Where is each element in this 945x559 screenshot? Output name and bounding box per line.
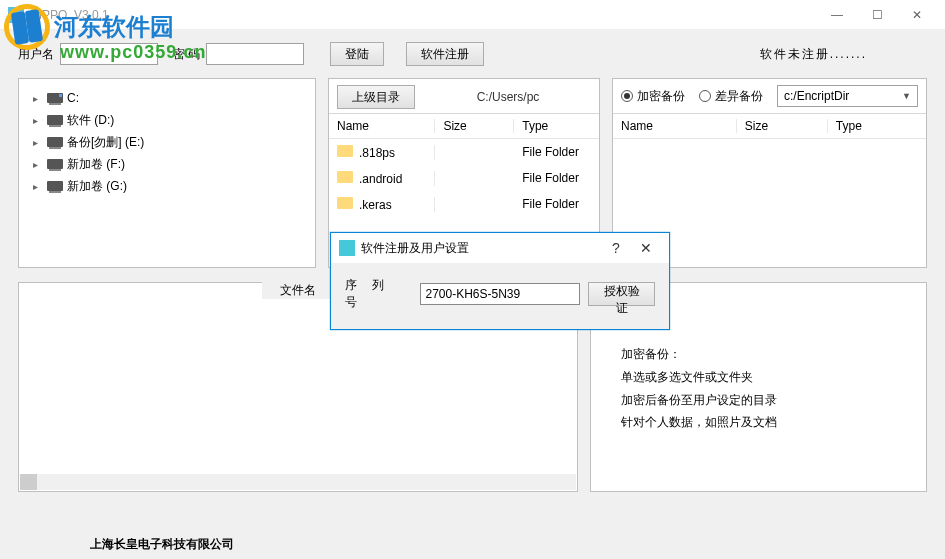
company-footer: 上海长皇电子科技有限公司 <box>0 536 945 553</box>
drive-icon <box>47 137 63 147</box>
maximize-button[interactable]: ☐ <box>857 1 897 29</box>
col-type[interactable]: Type <box>828 119 926 133</box>
drive-tree-panel: ▸C: ▸软件 (D:) ▸备份[勿删] (E:) ▸新加卷 (F:) ▸新加卷… <box>18 78 316 268</box>
file-row[interactable]: .android File Folder <box>329 165 599 191</box>
folder-icon <box>337 197 353 209</box>
expand-icon[interactable]: ▸ <box>33 115 43 126</box>
minimize-button[interactable]: — <box>817 1 857 29</box>
expand-icon[interactable]: ▸ <box>33 159 43 170</box>
folder-icon <box>337 145 353 157</box>
file-type: File Folder <box>514 145 599 159</box>
radio-diff-backup[interactable]: 差异备份 <box>699 88 763 105</box>
expand-icon[interactable]: ▸ <box>33 181 43 192</box>
radio-icon <box>621 90 633 102</box>
radio-label: 加密备份 <box>637 88 685 105</box>
tree-item[interactable]: ▸C: <box>25 87 309 109</box>
expand-icon[interactable]: ▸ <box>33 93 43 104</box>
info-line: 针对个人数据，如照片及文档 <box>621 411 896 434</box>
dialog-icon <box>339 240 355 256</box>
backup-grid-header[interactable]: Name Size Type <box>613 113 926 139</box>
col-size[interactable]: Size <box>737 119 828 133</box>
login-button[interactable]: 登陆 <box>330 42 384 66</box>
file-name: .818ps <box>359 146 395 160</box>
file-type: File Folder <box>514 197 599 211</box>
tree-label: 软件 (D:) <box>67 112 114 129</box>
filename-header: 文件名 <box>262 282 334 299</box>
tree-item[interactable]: ▸备份[勿删] (E:) <box>25 131 309 153</box>
parent-dir-button[interactable]: 上级目录 <box>337 85 415 109</box>
info-line: 加密后备份至用户设定的目录 <box>621 389 896 412</box>
chevron-down-icon: ▼ <box>902 91 911 101</box>
password-input[interactable] <box>206 43 304 65</box>
dialog-help-button[interactable]: ? <box>601 240 631 256</box>
verify-button[interactable]: 授权验证 <box>588 282 655 306</box>
tree-label: 新加卷 (F:) <box>67 156 125 173</box>
drive-icon <box>47 159 63 169</box>
radio-label: 差异备份 <box>715 88 763 105</box>
horizontal-scrollbar[interactable] <box>20 474 576 490</box>
tree-label: 新加卷 (G:) <box>67 178 127 195</box>
info-heading: 加密备份： <box>621 343 896 366</box>
col-name[interactable]: Name <box>613 119 737 133</box>
folder-icon <box>337 171 353 183</box>
current-path: C:/Users/pc <box>425 90 591 104</box>
col-size[interactable]: Size <box>435 119 514 133</box>
registration-dialog: 软件注册及用户设置 ? ✕ 序 列 号 授权验证 <box>330 232 670 330</box>
col-type[interactable]: Type <box>514 119 599 133</box>
file-row[interactable]: .keras File Folder <box>329 191 599 217</box>
close-button[interactable]: ✕ <box>897 1 937 29</box>
dialog-title: 软件注册及用户设置 <box>361 240 601 257</box>
tree-item[interactable]: ▸软件 (D:) <box>25 109 309 131</box>
file-name: .keras <box>359 198 392 212</box>
file-type: File Folder <box>514 171 599 185</box>
titlebar: HIPPO_V3.0.1 — ☐ ✕ <box>0 0 945 30</box>
app-icon <box>8 7 24 23</box>
register-button[interactable]: 软件注册 <box>406 42 484 66</box>
tree-label: C: <box>67 91 79 105</box>
file-grid-header[interactable]: Name Size Type <box>329 113 599 139</box>
scrollbar-thumb[interactable] <box>20 474 37 490</box>
scrollbar-track[interactable] <box>37 474 576 490</box>
tree-item[interactable]: ▸新加卷 (F:) <box>25 153 309 175</box>
dialog-close-button[interactable]: ✕ <box>631 240 661 256</box>
drive-icon <box>47 115 63 125</box>
tree-item[interactable]: ▸新加卷 (G:) <box>25 175 309 197</box>
target-dir-combo[interactable]: c:/EncriptDir ▼ <box>777 85 918 107</box>
info-line: 单选或多选文件或文件夹 <box>621 366 896 389</box>
expand-icon[interactable]: ▸ <box>33 137 43 148</box>
drive-tree[interactable]: ▸C: ▸软件 (D:) ▸备份[勿删] (E:) ▸新加卷 (F:) ▸新加卷… <box>19 79 315 267</box>
password-label: 密 码 <box>173 46 200 63</box>
register-status: 软件未注册....... <box>760 46 867 63</box>
serial-input[interactable] <box>420 283 580 305</box>
radio-icon <box>699 90 711 102</box>
tree-label: 备份[勿删] (E:) <box>67 134 144 151</box>
radio-encrypt-backup[interactable]: 加密备份 <box>621 88 685 105</box>
username-label: 用户名 <box>18 46 54 63</box>
login-toolbar: 用户名 密 码 登陆 软件注册 软件未注册....... <box>18 36 927 78</box>
drive-icon <box>47 93 63 103</box>
col-name[interactable]: Name <box>329 119 435 133</box>
file-name: .android <box>359 172 402 186</box>
username-input[interactable] <box>60 43 158 65</box>
dialog-titlebar[interactable]: 软件注册及用户设置 ? ✕ <box>331 233 669 263</box>
drive-icon <box>47 181 63 191</box>
serial-label: 序 列 号 <box>345 277 412 311</box>
window-title: HIPPO_V3.0.1 <box>30 8 817 22</box>
file-row[interactable]: .818ps File Folder <box>329 139 599 165</box>
combo-value: c:/EncriptDir <box>784 89 849 103</box>
